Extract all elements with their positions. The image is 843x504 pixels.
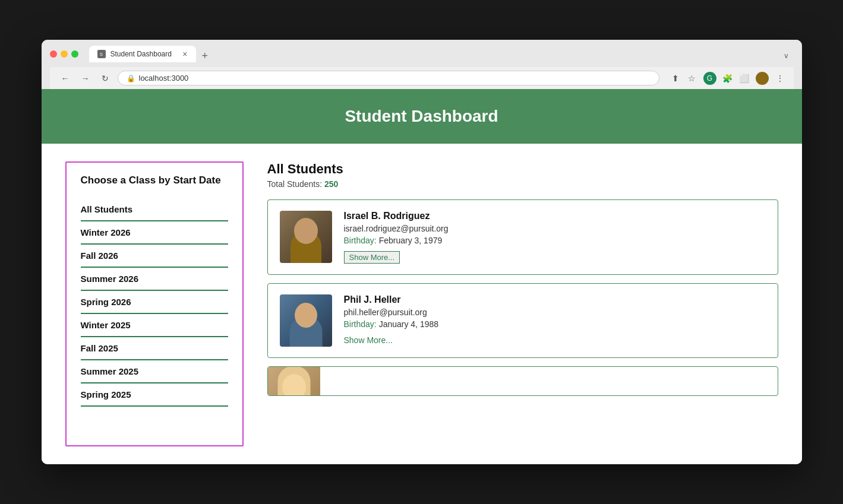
total-count: 250: [324, 179, 338, 189]
show-more-button-0[interactable]: Show More...: [344, 251, 400, 264]
sidebar-item-spring-2025[interactable]: Spring 2025: [81, 383, 228, 407]
student-info-1: Phil J. Heller phil.heller@pursuit.org B…: [344, 294, 766, 345]
extension-icon[interactable]: G: [703, 72, 716, 85]
student-email-1: phil.heller@pursuit.org: [344, 308, 766, 317]
browser-titlebar: S Student Dashboard × + ∨ ← → ↻ 🔒 localh…: [42, 40, 802, 89]
total-students-text: Total Students: 250: [267, 179, 778, 189]
url-text: localhost:3000: [139, 74, 189, 83]
browser-tab-active[interactable]: S Student Dashboard ×: [89, 46, 196, 62]
student-birthday-0: Birthday: February 3, 1979: [344, 236, 766, 245]
student-card-1: Phil J. Heller phil.heller@pursuit.org B…: [267, 283, 778, 358]
app-title: Student Dashboard: [53, 107, 790, 126]
birthday-value-0: February 3, 1979: [379, 236, 443, 245]
sidebar-item-fall-2025[interactable]: Fall 2025: [81, 337, 228, 360]
student-card-2: [267, 366, 778, 396]
student-card-0: Israel B. Rodriguez israel.rodriguez@pur…: [267, 199, 778, 275]
reload-button[interactable]: ↻: [99, 72, 112, 84]
forward-button[interactable]: →: [78, 72, 93, 84]
app-content: Student Dashboard Choose a Class by Star…: [42, 89, 802, 464]
minimize-traffic-light[interactable]: [61, 50, 68, 58]
student-avatar-0: [280, 211, 332, 263]
app-header: Student Dashboard: [42, 89, 802, 144]
back-button[interactable]: ←: [58, 72, 72, 84]
student-avatar-2: [268, 367, 320, 396]
chrome-menu-icon[interactable]: ⋮: [775, 73, 785, 84]
sidebar-item-winter-2025[interactable]: Winter 2025: [81, 314, 228, 337]
birthday-value-1: January 4, 1988: [379, 319, 438, 329]
tab-favicon: S: [97, 50, 106, 58]
sidebar-item-summer-2025[interactable]: Summer 2025: [81, 360, 228, 383]
student-birthday-1: Birthday: January 4, 1988: [344, 319, 766, 329]
tab-dropdown-button[interactable]: ∨: [779, 49, 794, 62]
sidebar-item-all-students[interactable]: All Students: [81, 198, 228, 221]
browser-nav-actions: ⬆ ☆ G 🧩 ⬜ ⋮: [670, 72, 785, 85]
browser-controls: S Student Dashboard × + ∨: [50, 46, 794, 62]
main-content: All Students Total Students: 250 Israel …: [267, 161, 778, 446]
puzzle-icon[interactable]: 🧩: [722, 73, 733, 84]
section-title: All Students: [267, 161, 778, 177]
sidebar-item-spring-2026[interactable]: Spring 2026: [81, 291, 228, 314]
tab-title: Student Dashboard: [110, 50, 172, 58]
student-info-0: Israel B. Rodriguez israel.rodriguez@pur…: [344, 211, 766, 264]
show-more-button-1[interactable]: Show More...: [344, 335, 393, 345]
birthday-label-1: Birthday:: [344, 319, 377, 329]
bookmark-icon[interactable]: ☆: [687, 73, 697, 84]
browser-tabs: S Student Dashboard × + ∨: [89, 46, 794, 62]
share-icon[interactable]: ⬆: [670, 73, 681, 84]
student-email-0: israel.rodriguez@pursuit.org: [344, 224, 766, 233]
profile-avatar[interactable]: [756, 72, 769, 85]
address-bar[interactable]: 🔒 localhost:3000: [118, 71, 659, 85]
student-name-0: Israel B. Rodriguez: [344, 211, 766, 221]
maximize-traffic-light[interactable]: [71, 50, 78, 58]
app-body: Choose a Class by Start Date All Student…: [42, 144, 802, 464]
sidebar-title: Choose a Class by Start Date: [81, 175, 228, 186]
student-avatar-1: [280, 294, 332, 347]
sidebar-item-winter-2026[interactable]: Winter 2026: [81, 221, 228, 245]
class-filter-sidebar: Choose a Class by Start Date All Student…: [65, 161, 244, 446]
sidebar-item-summer-2026[interactable]: Summer 2026: [81, 268, 228, 291]
sidebar-item-fall-2026[interactable]: Fall 2026: [81, 245, 228, 268]
security-icon: 🔒: [127, 74, 135, 83]
browser-navbar: ← → ↻ 🔒 localhost:3000 ⬆ ☆ G 🧩 ⬜ ⋮: [50, 67, 794, 89]
traffic-lights: [50, 50, 78, 58]
new-tab-button[interactable]: +: [197, 50, 213, 62]
close-traffic-light[interactable]: [50, 50, 57, 58]
total-label: Total Students:: [267, 179, 323, 189]
tab-close-button[interactable]: ×: [182, 49, 187, 59]
birthday-label-0: Birthday:: [344, 236, 377, 245]
window-icon[interactable]: ⬜: [739, 73, 750, 84]
student-name-1: Phil J. Heller: [344, 294, 766, 305]
browser-window: S Student Dashboard × + ∨ ← → ↻ 🔒 localh…: [42, 40, 802, 464]
